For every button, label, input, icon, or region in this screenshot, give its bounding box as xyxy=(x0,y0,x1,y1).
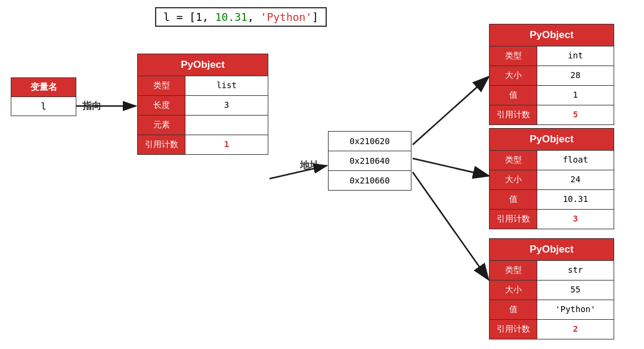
main-row-elements: 元素 xyxy=(137,116,268,135)
code-float: 10.31 xyxy=(215,11,247,23)
svg-line-6 xyxy=(413,172,488,279)
main-row-refcount: 引用计数 1 xyxy=(137,135,268,155)
var-value: l xyxy=(11,97,76,116)
main-pyobj-title: PyObject xyxy=(137,54,268,76)
address-box: 0x210620 0x210640 0x210660 xyxy=(328,131,411,191)
code-comma: , xyxy=(247,11,261,23)
addr-row-0: 0x210620 xyxy=(329,132,411,151)
pyobj-str-title: PyObject xyxy=(489,238,614,261)
svg-line-5 xyxy=(413,158,488,176)
var-header-label: 变量名 xyxy=(11,77,76,97)
points-to-label: 指向 xyxy=(82,100,101,113)
svg-line-4 xyxy=(413,77,488,145)
pyobj-float-title: PyObject xyxy=(489,128,614,151)
pyobj-str-box: PyObject 类型 str 大小 55 值 'Python' 引用计数 2 xyxy=(489,238,614,339)
pyobj-int-title: PyObject xyxy=(489,24,614,46)
main-row-length: 长度 3 xyxy=(137,96,268,116)
code-bracket: ] xyxy=(312,11,318,23)
pyobj-float-box: PyObject 类型 float 大小 24 值 10.31 引用计数 3 xyxy=(489,128,614,229)
addr-row-1: 0x210640 xyxy=(329,151,411,171)
code-variable: l = [1, xyxy=(163,11,215,23)
variable-box: 变量名 l xyxy=(11,77,76,116)
main-row-type: 类型 list xyxy=(137,76,268,96)
addr-row-2: 0x210660 xyxy=(329,171,411,190)
code-string: 'Python' xyxy=(261,11,312,23)
address-label: 地址 xyxy=(300,160,319,172)
pyobj-int-box: PyObject 类型 int 大小 28 值 1 引用计数 5 xyxy=(489,24,614,125)
main-pyobject-box: PyObject 类型 list 长度 3 元素 引用计数 1 xyxy=(137,54,268,155)
code-display: l = [1, 10.31, 'Python'] xyxy=(155,7,327,27)
